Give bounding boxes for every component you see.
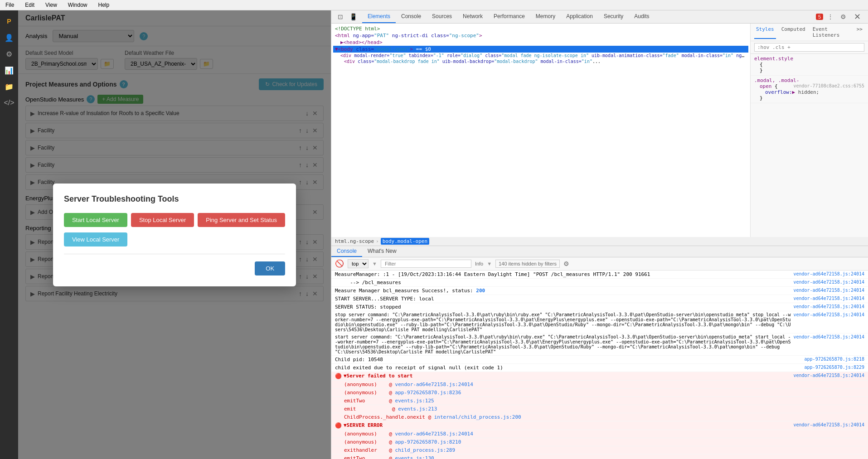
console-entry-1: --> /bcl_measures vendor-ad64e72158.js:2…: [331, 279, 868, 287]
console-entry-18: exithandler @ child_process.js:289: [331, 446, 868, 454]
console-entry-2: Measure Manager bcl_measures Success!, s…: [331, 287, 868, 295]
tab-memory[interactable]: Memory: [530, 10, 561, 23]
more-styles-tab[interactable]: >>: [855, 25, 864, 39]
console-entry-8: child exited due to receipt of signal nu…: [331, 364, 868, 372]
styles-tab[interactable]: Styles: [754, 25, 776, 39]
dom-line-1[interactable]: <html ng-app="PAT" ng-strict-di class="n…: [333, 32, 748, 39]
console-entry-14: ChildProcess._handle.onexit @ internal/c…: [331, 413, 868, 421]
error-icon-1: 🔴: [335, 422, 342, 429]
console-entry-5: stop server command: "C:\ParametricAnaly…: [331, 311, 868, 333]
app-panel: CarlislePAT Analysis Manual ? Default Se…: [18, 10, 331, 459]
elements-panel: <!DOCTYPE html> <html ng-app="PAT" ng-st…: [331, 24, 868, 237]
server-troubleshooting-modal: Server Troubleshooting Tools Start Local…: [53, 184, 296, 286]
bottom-tabs: Console What's New: [331, 246, 868, 257]
modal-divider: [64, 254, 285, 254]
dom-line-2[interactable]: ▶<head></head>: [333, 39, 748, 46]
sidebar-icons: P 👤 ⚙ 📊 📁 </>: [0, 10, 18, 459]
console-entry-19: emitTwo @ events.js:130: [331, 454, 868, 459]
console-entry-17: (anonymous) @ app-9726265870.js:8210: [331, 438, 868, 446]
context-arrow: ▼: [372, 261, 377, 266]
menu-file[interactable]: File: [4, 1, 16, 9]
modal-footer: OK: [64, 261, 285, 275]
main-layout: P 👤 ⚙ 📊 📁 </> CarlislePAT Analysis Manua…: [0, 10, 868, 459]
devtools-tabs: ⊡ 📱 Elements Console Sources Network Per…: [331, 10, 868, 24]
sidebar-icon-4[interactable]: 📁: [2, 79, 16, 94]
console-context-select[interactable]: top: [348, 259, 369, 268]
modal-ok-button[interactable]: OK: [255, 261, 285, 275]
tab-application[interactable]: Application: [561, 10, 598, 23]
modal-primary-buttons: Start Local Server Stop Local Server Pin…: [64, 213, 285, 227]
console-entry-4: SERVER STATUS: stopped vendor-ad64e72158…: [331, 303, 868, 311]
console-toolbar: 🚫 top ▼ Info ▼ 140 items hidden by filte…: [331, 257, 868, 271]
styles-header: Styles Computed Event Listeners >>: [751, 24, 868, 41]
console-entry-6: start server command: "C:\ParametricAnal…: [331, 333, 868, 356]
menu-help[interactable]: Help: [97, 1, 112, 9]
tab-sources[interactable]: Sources: [427, 10, 457, 23]
devtools-panel: ⊡ 📱 Elements Console Sources Network Per…: [331, 10, 868, 459]
info-arrow: ▼: [487, 261, 492, 266]
start-server-button[interactable]: Start Local Server: [64, 213, 127, 227]
error-icon-0: 🔴: [335, 373, 342, 379]
modal-overlay: Server Troubleshooting Tools Start Local…: [18, 10, 331, 459]
devtools-settings-icon[interactable]: ⚙: [838, 11, 849, 22]
event-listeners-tab[interactable]: Event Listeners: [811, 25, 851, 39]
styles-panel: Styles Computed Event Listeners >> eleme…: [750, 24, 868, 237]
tab-performance[interactable]: Performance: [488, 10, 530, 23]
console-entry-13: emit @ events.js:213: [331, 405, 868, 413]
devtools-cursor-icon[interactable]: ⊡: [335, 11, 346, 22]
breadcrumb-bar: html.ng-scope › body.modal-open: [331, 237, 868, 246]
tab-security[interactable]: Security: [598, 10, 629, 23]
devtools-main: <!DOCTYPE html> <html ng-app="PAT" ng-st…: [331, 24, 868, 459]
error-count-badge: 5: [816, 14, 823, 20]
console-entry-7: Child pid: 10548 app-9726265870.js:8218: [331, 356, 868, 364]
ping-server-button[interactable]: Ping Server and Set Status: [198, 213, 285, 227]
dom-line-4[interactable]: <div modal-render="true" tabindex="-1" r…: [333, 53, 748, 58]
styles-filter-box: [751, 41, 868, 54]
menu-edit[interactable]: Edit: [23, 1, 36, 9]
tab-console[interactable]: Console: [396, 10, 427, 23]
modal-title: Server Troubleshooting Tools: [64, 194, 285, 204]
clear-console-icon[interactable]: 🚫: [335, 259, 344, 268]
menu-view[interactable]: View: [44, 1, 59, 9]
dom-line-5[interactable]: <div class="modal-backdrop fade in" uib-…: [333, 58, 748, 64]
console-tab[interactable]: Console: [331, 246, 362, 257]
tab-network[interactable]: Network: [457, 10, 488, 23]
stop-server-button[interactable]: Stop Local Server: [131, 213, 194, 227]
computed-tab[interactable]: Computed: [780, 25, 807, 39]
sidebar-icon-1[interactable]: 👤: [2, 30, 16, 45]
menu-window[interactable]: Window: [66, 1, 89, 9]
sidebar-icon-2[interactable]: ⚙: [2, 47, 16, 61]
devtools-close-button[interactable]: ✕: [850, 12, 864, 22]
breadcrumb-body[interactable]: body.modal-open: [381, 238, 429, 245]
devtools-bottom: Console What's New 🚫 top ▼ Info ▼ 140 it…: [331, 246, 868, 459]
dom-panel: <!DOCTYPE html> <html ng-app="PAT" ng-st…: [331, 24, 750, 237]
hidden-count-badge: 140 items hidden by filters: [495, 260, 560, 268]
devtools-phone-icon[interactable]: 📱: [348, 11, 359, 22]
view-server-button[interactable]: View Local Server: [64, 232, 128, 246]
console-entry-16: (anonymous) @ vendor-ad64e72158.js:24014: [331, 430, 868, 438]
console-entry-9: 🔴 ▼Server failed to start vendor-ad64e72…: [331, 372, 868, 381]
console-entry-10: (anonymous) @ vendor-ad64e72158.js:24014: [331, 381, 868, 389]
console-filter-input[interactable]: [381, 260, 471, 268]
whats-new-tab[interactable]: What's New: [362, 246, 402, 257]
console-entry-15: 🔴 ▼SERVER ERROR vendor-ad64e72158.js:240…: [331, 421, 868, 430]
sidebar-icon-5[interactable]: </>: [2, 96, 16, 110]
dom-line-3[interactable]: ▼<body class="modal-open"> == $0: [333, 46, 748, 53]
styles-filter-input[interactable]: [754, 43, 864, 52]
info-label: Info: [475, 261, 483, 266]
style-rule-element: element.style { }: [751, 54, 868, 76]
style-rule-modal: .modal, .modal-vendor-77108c8ae2.css:675…: [751, 76, 868, 103]
console-area: 🚫 top ▼ Info ▼ 140 items hidden by filte…: [331, 257, 868, 459]
sidebar-icon-0[interactable]: P: [2, 14, 16, 29]
devtools-more-icon[interactable]: ⋮: [825, 11, 836, 22]
tab-audits[interactable]: Audits: [629, 10, 655, 23]
console-entry-11: (anonymous) @ app-9726265870.js:8236: [331, 389, 868, 397]
sidebar-icon-3[interactable]: 📊: [2, 63, 16, 77]
console-entry-0: MeasureManager: :1 - [19/Oct/2023:13:16:…: [331, 271, 868, 279]
console-entry-3: START SERVER...SERVER TYPE: local vendor…: [331, 295, 868, 303]
console-settings-icon[interactable]: ⚙: [563, 260, 569, 267]
tab-elements[interactable]: Elements: [362, 10, 396, 23]
breadcrumb-html[interactable]: html.ng-scope: [335, 238, 374, 244]
console-output: MeasureManager: :1 - [19/Oct/2023:13:16:…: [331, 271, 868, 459]
dom-line-0[interactable]: <!DOCTYPE html>: [333, 25, 748, 32]
